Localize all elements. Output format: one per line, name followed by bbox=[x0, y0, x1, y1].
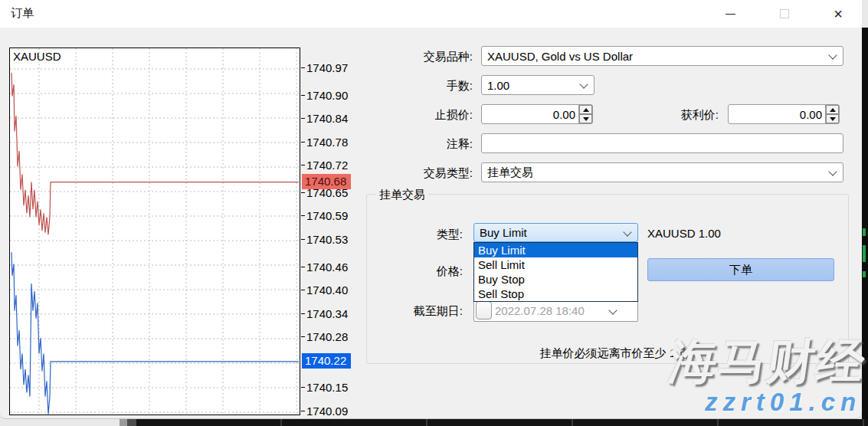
dropdown-option[interactable]: Sell Stop bbox=[474, 287, 637, 301]
stop-loss-spinner bbox=[578, 105, 592, 123]
minimize-button[interactable] bbox=[712, 0, 748, 28]
axis-tick-label: 1740.40 bbox=[306, 283, 348, 297]
order-type-dropdown: Buy LimitSell LimitBuy StopSell Stop bbox=[473, 242, 638, 302]
arrow-down-icon bbox=[830, 117, 836, 121]
take-profit-spinner bbox=[825, 105, 839, 123]
spin-down-button[interactable] bbox=[579, 114, 592, 123]
trade-type-combobox[interactable]: 挂单交易 bbox=[481, 162, 843, 182]
expiry-value: 2022.07.28 18:40 bbox=[492, 304, 601, 317]
close-button[interactable]: × bbox=[821, 0, 856, 28]
axis-tick-label: 1740.78 bbox=[306, 136, 348, 149]
screen: 订单 × XAUUSD 1740.68 1740.22 1740.971740.… bbox=[0, 0, 868, 426]
expiry-field: 2022.07.28 18:40 bbox=[473, 299, 638, 322]
background-window-blocks bbox=[120, 419, 136, 426]
take-profit-field[interactable]: 0.00 bbox=[728, 104, 840, 124]
order-summary: XAUUSD 1.00 bbox=[647, 227, 721, 240]
take-profit-value: 0.00 bbox=[729, 108, 825, 121]
axis-tick-label: 1740.46 bbox=[306, 261, 348, 274]
expiry-label: 截至期日: bbox=[414, 304, 463, 319]
background-window-bottom-bar bbox=[136, 419, 868, 426]
dropdown-option[interactable]: Sell Limit bbox=[474, 257, 637, 272]
axis-tick-label: 1740.97 bbox=[306, 61, 348, 75]
chevron-down-icon bbox=[623, 228, 631, 236]
chevron-down-icon[interactable] bbox=[608, 306, 617, 314]
price-chart: XAUUSD bbox=[9, 48, 300, 415]
dropdown-option[interactable]: Buy Stop bbox=[474, 272, 637, 287]
stop-loss-label: 止损价: bbox=[435, 108, 473, 123]
minimize-icon bbox=[726, 14, 735, 15]
axis-tick-label: 1740.90 bbox=[306, 89, 348, 103]
background-candle bbox=[863, 245, 866, 262]
volume-value: 1.00 bbox=[487, 79, 509, 92]
arrow-up-icon bbox=[583, 108, 589, 112]
symbol-label: 交易品种: bbox=[424, 50, 473, 64]
symbol-value: XAUUSD, Gold vs US Dollar bbox=[487, 50, 633, 63]
bid-price-tag: 1740.22 bbox=[302, 353, 351, 369]
spin-down-button[interactable] bbox=[826, 114, 839, 123]
axis-tick-label: 1740.15 bbox=[306, 381, 348, 395]
chevron-down-icon bbox=[828, 167, 837, 175]
axis-tick-label: 1740.84 bbox=[306, 112, 348, 126]
chevron-down-icon bbox=[828, 51, 837, 59]
background-candle bbox=[863, 228, 866, 236]
order-type-combobox[interactable]: Buy Limit bbox=[473, 223, 638, 242]
expiry-checkbox[interactable] bbox=[476, 301, 492, 320]
axis-tick-label: 1740.72 bbox=[306, 159, 348, 172]
maximize-icon bbox=[780, 9, 789, 18]
close-icon: × bbox=[834, 6, 843, 21]
trade-type-label: 交易类型: bbox=[424, 166, 473, 181]
axis-tick-label: 1740.53 bbox=[306, 233, 348, 247]
stop-loss-field[interactable]: 0.00 bbox=[481, 104, 593, 124]
group-title: 挂单交易 bbox=[376, 188, 428, 202]
stop-loss-value: 0.00 bbox=[482, 108, 578, 121]
watermark-site: zzrt01.cn bbox=[705, 388, 861, 417]
watermark-brand: 海马财经 bbox=[665, 329, 868, 394]
spin-up-button[interactable] bbox=[579, 105, 592, 114]
background-candle bbox=[863, 271, 866, 277]
trade-type-value: 挂单交易 bbox=[487, 165, 533, 180]
axis-tick-label: 1740.34 bbox=[306, 307, 348, 321]
arrow-up-icon bbox=[830, 108, 836, 112]
chevron-down-icon bbox=[579, 80, 588, 88]
volume-label: 手数: bbox=[447, 79, 473, 93]
price-label: 价格: bbox=[437, 264, 463, 279]
order-type-label: 类型: bbox=[437, 228, 463, 242]
take-profit-label: 获利价: bbox=[681, 108, 719, 123]
titlebar: 订单 × bbox=[0, 0, 862, 28]
chart-symbol-label: XAUUSD bbox=[13, 50, 61, 63]
volume-combobox[interactable]: 1.00 bbox=[481, 75, 594, 95]
comment-label: 注释: bbox=[447, 137, 473, 152]
maximize-button[interactable] bbox=[767, 0, 802, 28]
window-title: 订单 bbox=[11, 6, 34, 21]
axis-tick-label: 1740.09 bbox=[306, 405, 348, 418]
axis-tick-label: 1740.28 bbox=[306, 330, 348, 344]
arrow-down-icon bbox=[583, 117, 589, 121]
order-type-value: Buy Limit bbox=[480, 226, 527, 239]
dropdown-option[interactable]: Buy Limit bbox=[474, 243, 637, 257]
spin-up-button[interactable] bbox=[826, 105, 839, 114]
chart-canvas bbox=[10, 48, 300, 415]
axis-tick-label: 1740.59 bbox=[306, 209, 348, 223]
comment-input[interactable] bbox=[481, 133, 843, 153]
axis-tick-label: 1740.65 bbox=[306, 186, 348, 200]
price-axis: 1740.68 1740.22 1740.971740.901740.84174… bbox=[302, 48, 355, 415]
place-order-button[interactable]: 下单 bbox=[647, 258, 834, 281]
symbol-combobox[interactable]: XAUUSD, Gold vs US Dollar bbox=[481, 46, 843, 66]
